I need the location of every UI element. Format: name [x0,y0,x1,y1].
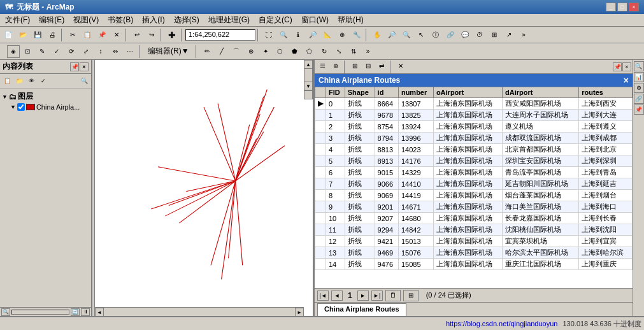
zoom-stop-btn[interactable]: ⏸ [81,308,90,316]
toc-list-by-drawing-order[interactable]: 📋 [1,75,13,87]
table-options-button[interactable]: ⊕ [329,61,342,72]
col-oairport[interactable]: oAirport [433,87,502,98]
straight-segment[interactable]: ╱ [215,45,229,59]
save-button[interactable]: 💾 [31,28,45,42]
nav-last-button[interactable]: ►| [371,291,383,301]
right-icon-4[interactable]: 🔗 [634,94,644,104]
table-close-button[interactable]: × [622,62,631,71]
edit-tool-3[interactable]: ✎ [35,45,49,59]
nav-prev-button[interactable]: ◄ [331,291,343,301]
row-selector[interactable] [315,178,326,190]
row-selector[interactable] [315,259,326,270]
menu-geoprocessing[interactable]: 地理处理(G) [204,14,254,26]
close-button[interactable]: × [629,3,639,11]
undo-button[interactable]: ↩ [130,28,144,42]
select-button[interactable]: ↖ [414,28,428,42]
toc-search-button[interactable]: 🔍 [78,75,90,87]
delete-button[interactable]: ✕ [110,28,124,42]
tools-button[interactable]: 🔧 [350,28,364,42]
toc-list-by-source[interactable]: 📁 [13,75,25,87]
col-fid[interactable]: FID [326,87,345,98]
arc-segment[interactable]: ⌒ [229,45,243,59]
col-id[interactable]: id [375,87,398,98]
map-canvas[interactable]: ▲ ▼ ◄ ► [95,60,314,316]
toc-layer-row[interactable]: ▼ China Airpla... [1,103,90,111]
paste-button[interactable]: 📌 [95,28,109,42]
table-clear-select-button[interactable]: ⊟ [362,61,375,72]
edit-tool-8[interactable]: ⇔ [108,45,122,59]
menu-view[interactable]: 视图(V) [69,14,103,26]
new-button[interactable]: 📄 [1,28,15,42]
edit-tool-1[interactable]: ◈ [7,45,20,58]
row-selector[interactable]: ▶ [315,98,326,110]
hyperlink-button[interactable]: 🔗 [443,28,457,42]
redo-button[interactable]: ↪ [145,28,159,42]
toc-close-button[interactable]: × [80,62,89,71]
table-view-button[interactable]: 🗒 [385,290,401,301]
editor-dropdown[interactable]: 编辑器(R)▼ [143,45,194,58]
toc-list-by-visibility[interactable]: 👁 [25,75,37,87]
zoom-minus-btn[interactable]: 🔍 [1,308,10,316]
zoom-full-button[interactable]: ⛶ [262,28,276,42]
go-to-xy-button[interactable]: ⊕ [335,28,349,42]
row-selector[interactable] [315,190,326,201]
find-button[interactable]: 🔎 [306,28,320,42]
right-icon-5[interactable]: 📌 [634,104,644,115]
table-grid-view-button[interactable]: ⊞ [403,290,419,301]
right-icon-1[interactable]: 🔍 [634,61,644,71]
right-icon-2[interactable]: 📊 [634,72,644,82]
menu-bookmark[interactable]: 书签(B) [104,14,137,26]
sketch-tool[interactable]: ✏ [200,45,214,59]
row-selector[interactable] [315,144,326,155]
print-button[interactable]: 🖨 [45,28,59,42]
flip-tool[interactable]: ⇅ [347,45,361,59]
pan-button[interactable]: ✋ [370,28,384,42]
row-selector[interactable] [315,155,326,167]
toc-group-row[interactable]: ▼ 🗂 图层 [1,90,90,103]
page-number[interactable]: 1 [345,291,355,300]
col-number[interactable]: number [398,87,433,98]
row-selector[interactable] [315,224,326,236]
col-routes[interactable]: routes [579,87,633,98]
route-button[interactable]: ↗ [502,28,516,42]
row-selector[interactable] [315,110,326,121]
toc-pin-button[interactable]: 📌 [70,62,79,71]
menu-insert[interactable]: 插入(I) [138,14,168,26]
table-select-all-button[interactable]: ⊞ [348,61,361,72]
nav-next-button[interactable]: ► [357,291,369,301]
col-shape[interactable]: Shape [345,87,375,98]
reshape[interactable]: ⬡ [273,45,287,59]
layer-visibility-checkbox[interactable] [17,103,25,111]
col-dairport[interactable]: dAirport [502,87,578,98]
edit-tool-6[interactable]: ⤢ [79,45,93,59]
menu-select[interactable]: 选择(S) [170,14,203,26]
time-slider-button[interactable]: ⏱ [473,28,487,42]
move-vertex[interactable]: ✦ [259,45,273,59]
copy-button[interactable]: 📋 [80,28,94,42]
more-edit-tools[interactable]: » [361,45,375,59]
delete-vertex[interactable]: ⊗ [244,45,258,59]
nav-first-button[interactable]: |◄ [317,291,329,301]
edit-tool-5[interactable]: ⟳ [64,45,78,59]
table-pin-button[interactable]: 📌 [613,62,622,71]
info-button[interactable]: Ⓘ [429,28,443,42]
table-scroll-wrapper[interactable]: FID Shape id number oAirport dAirport ro… [315,87,633,288]
cut-button[interactable]: ✂ [66,28,80,42]
edit-tool-2[interactable]: ⊡ [20,45,34,59]
row-selector[interactable] [315,133,326,144]
identify-button[interactable]: ℹ [291,28,305,42]
row-selector[interactable] [315,167,326,178]
edit-tool-4[interactable]: ✓ [50,45,64,59]
measure-button[interactable]: 📐 [320,28,334,42]
menu-customize[interactable]: 自定义(C) [255,14,296,26]
extra-tools-button[interactable]: » [517,28,531,42]
table-title-close-button[interactable]: × [624,75,629,85]
right-icon-3[interactable]: ⚙ [634,83,644,93]
table-tab-china-routes[interactable]: China Airplane Routes [317,303,406,316]
menu-window[interactable]: 窗口(W) [297,14,333,26]
zoom-out-button[interactable]: 🔍 [399,28,413,42]
row-selector[interactable] [315,236,326,247]
maximize-button[interactable]: □ [617,3,627,11]
zoom-in-button[interactable]: 🔎 [385,28,399,42]
row-selector[interactable] [315,247,326,259]
